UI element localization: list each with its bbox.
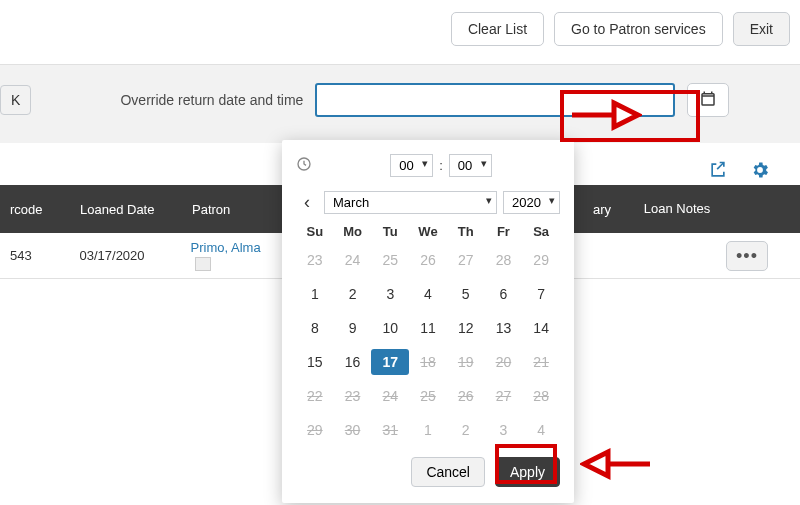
calendar-day[interactable]: 5 bbox=[447, 281, 485, 307]
exit-button[interactable]: Exit bbox=[733, 12, 790, 46]
year-select[interactable]: 2020 bbox=[503, 191, 560, 214]
dow-label: Mo bbox=[334, 224, 372, 239]
th-patron: Patron bbox=[182, 202, 282, 217]
dow-label: Tu bbox=[371, 224, 409, 239]
datepicker-cancel-button[interactable]: Cancel bbox=[411, 457, 485, 487]
calendar-day: 24 bbox=[334, 247, 372, 273]
th-barcode: rcode bbox=[0, 202, 70, 217]
dow-label: Su bbox=[296, 224, 334, 239]
gear-icon[interactable] bbox=[750, 160, 770, 183]
calendar-day[interactable]: 9 bbox=[334, 315, 372, 341]
export-icon[interactable] bbox=[708, 160, 728, 183]
calendar-day[interactable]: 1 bbox=[296, 281, 334, 307]
calendar-day[interactable]: 4 bbox=[409, 281, 447, 307]
dow-label: We bbox=[409, 224, 447, 239]
calendar-day[interactable]: 25 bbox=[409, 383, 447, 409]
dow-label: Sa bbox=[522, 224, 560, 239]
clock-icon bbox=[296, 156, 312, 175]
hour-select[interactable]: 00 bbox=[390, 154, 433, 177]
dow-label: Fr bbox=[485, 224, 523, 239]
calendar-day[interactable]: 13 bbox=[485, 315, 523, 341]
calendar-day: 1 bbox=[409, 417, 447, 443]
calendar-day[interactable]: 12 bbox=[447, 315, 485, 341]
th-loaned: Loaned Date bbox=[70, 202, 182, 217]
calendar-icon bbox=[699, 90, 717, 111]
top-action-bar: Clear List Go to Patron services Exit bbox=[0, 0, 800, 65]
patron-badge-icon bbox=[195, 257, 211, 271]
patron-link[interactable]: Primo, Alma bbox=[191, 240, 261, 255]
override-date-input[interactable] bbox=[315, 83, 675, 117]
calendar-day[interactable]: 2 bbox=[334, 281, 372, 307]
calendar-day[interactable]: 31 bbox=[371, 417, 409, 443]
month-nav: ‹ March 2020 bbox=[296, 191, 560, 214]
month-select[interactable]: March bbox=[324, 191, 497, 214]
calendar-day[interactable]: 17 bbox=[371, 349, 409, 375]
calendar-day[interactable]: 29 bbox=[296, 417, 334, 443]
calendar-day[interactable]: 6 bbox=[485, 281, 523, 307]
datepicker-popup: 00 : 00 ‹ March 2020 SuMoTuWeThFrSa23242… bbox=[282, 140, 574, 503]
calendar-day[interactable]: 22 bbox=[296, 383, 334, 409]
calendar-day[interactable]: 7 bbox=[522, 281, 560, 307]
calendar-day: 2 bbox=[447, 417, 485, 443]
calendar-day[interactable]: 30 bbox=[334, 417, 372, 443]
override-date-row: K Override return date and time bbox=[0, 65, 800, 143]
patron-services-button[interactable]: Go to Patron services bbox=[554, 12, 723, 46]
calendar-button[interactable] bbox=[687, 83, 729, 117]
override-date-label: Override return date and time bbox=[43, 92, 303, 109]
ok-button[interactable]: K bbox=[0, 85, 31, 115]
calendar-day: 3 bbox=[485, 417, 523, 443]
calendar-day[interactable]: 20 bbox=[485, 349, 523, 375]
calendar-day[interactable]: 21 bbox=[522, 349, 560, 375]
th-library: ary bbox=[572, 202, 632, 217]
cell-patron: Primo, Alma bbox=[181, 240, 280, 271]
calendar-grid: SuMoTuWeThFrSa23242526272829123456789101… bbox=[296, 224, 560, 443]
calendar-day: 4 bbox=[522, 417, 560, 443]
minute-select[interactable]: 00 bbox=[449, 154, 492, 177]
calendar-day: 29 bbox=[522, 247, 560, 273]
calendar-day[interactable]: 24 bbox=[371, 383, 409, 409]
calendar-day[interactable]: 19 bbox=[447, 349, 485, 375]
dow-label: Th bbox=[447, 224, 485, 239]
calendar-day[interactable]: 14 bbox=[522, 315, 560, 341]
cell-loaned: 03/17/2020 bbox=[70, 248, 181, 263]
calendar-day: 28 bbox=[485, 247, 523, 273]
calendar-day[interactable]: 23 bbox=[334, 383, 372, 409]
th-notes: Loan Notes bbox=[632, 201, 722, 217]
clear-list-button[interactable]: Clear List bbox=[451, 12, 544, 46]
arrow-icon bbox=[580, 446, 654, 482]
calendar-day: 26 bbox=[409, 247, 447, 273]
row-actions-button[interactable]: ••• bbox=[726, 241, 768, 271]
prev-month-button[interactable]: ‹ bbox=[296, 192, 318, 214]
calendar-day[interactable]: 3 bbox=[371, 281, 409, 307]
calendar-day[interactable]: 16 bbox=[334, 349, 372, 375]
calendar-day[interactable]: 11 bbox=[409, 315, 447, 341]
calendar-day: 25 bbox=[371, 247, 409, 273]
calendar-day: 23 bbox=[296, 247, 334, 273]
cell-barcode: 543 bbox=[0, 248, 70, 263]
calendar-day[interactable]: 28 bbox=[522, 383, 560, 409]
calendar-day[interactable]: 18 bbox=[409, 349, 447, 375]
toolbar-icons bbox=[708, 160, 770, 183]
calendar-day: 27 bbox=[447, 247, 485, 273]
datepicker-apply-button[interactable]: Apply bbox=[495, 457, 560, 487]
calendar-day[interactable]: 8 bbox=[296, 315, 334, 341]
calendar-day[interactable]: 26 bbox=[447, 383, 485, 409]
calendar-day[interactable]: 10 bbox=[371, 315, 409, 341]
time-row: 00 : 00 bbox=[296, 154, 560, 177]
calendar-day[interactable]: 27 bbox=[485, 383, 523, 409]
calendar-day[interactable]: 15 bbox=[296, 349, 334, 375]
